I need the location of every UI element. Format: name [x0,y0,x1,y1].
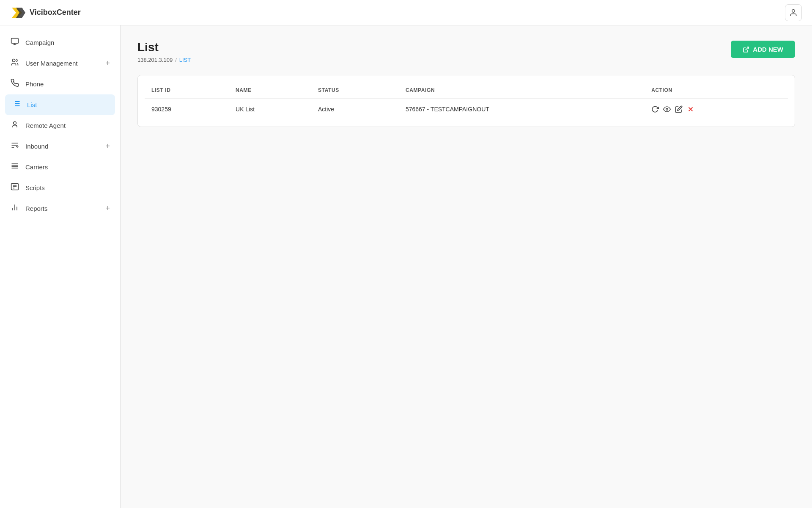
sidebar-item-carriers[interactable]: Carriers [0,157,120,177]
table-body: 930259 UK List Active 576667 - TESTCAMPA… [145,99,788,120]
app-name: ViciboxCenter [30,8,81,17]
breadcrumb-server: 138.201.3.109 [137,57,173,63]
inbound-icon [10,141,19,152]
inbound-label: Inbound [25,143,48,150]
scripts-label: Scripts [25,184,45,191]
logo: ViciboxCenter [10,5,81,20]
add-new-label: ADD NEW [753,46,783,53]
edit-button[interactable] [675,105,683,113]
sidebar-item-remote-agent[interactable]: Remote Agent [0,115,120,136]
breadcrumb: 138.201.3.109 / LIST [137,57,191,63]
inbound-plus[interactable]: + [105,142,110,151]
cell-action [645,99,788,120]
list-table: LIST ID NAME STATUS CAMPAIGN ACTION 9302… [145,82,788,120]
carriers-label: Carriers [25,163,48,171]
col-status: STATUS [311,82,399,99]
campaign-label: Campaign [25,39,54,46]
main-content: List 138.201.3.109 / LIST ADD NEW [121,25,812,508]
sidebar-item-campaign[interactable]: Campaign [0,32,120,53]
reports-plus[interactable]: + [105,204,110,213]
col-campaign: CAMPAIGN [399,82,645,99]
list-icon [12,99,21,110]
main-layout: Campaign User Management + Phone List [0,25,812,508]
view-button[interactable] [663,105,671,113]
sidebar-item-phone[interactable]: Phone [0,74,120,94]
list-label: List [27,101,37,108]
sidebar-item-reports[interactable]: Reports + [0,198,120,219]
page-header: List 138.201.3.109 / LIST ADD NEW [137,41,795,63]
breadcrumb-separator: / [175,57,177,63]
list-table-card: LIST ID NAME STATUS CAMPAIGN ACTION 9302… [137,75,795,127]
user-icon [789,8,798,17]
add-new-button[interactable]: ADD NEW [731,41,795,58]
svg-point-11 [14,121,16,124]
svg-rect-3 [11,39,19,44]
cell-campaign: 576667 - TESTCAMPAIGNOUT [399,99,645,120]
sidebar-item-user-management[interactable]: User Management + [0,53,120,74]
carriers-icon [10,162,19,172]
user-management-icon [10,58,19,69]
user-management-label: User Management [25,60,77,67]
cell-list-id: 930259 [145,99,229,120]
user-avatar-button[interactable] [785,4,802,21]
table-header: LIST ID NAME STATUS CAMPAIGN ACTION [145,82,788,99]
col-action: ACTION [645,82,788,99]
topbar: ViciboxCenter [0,0,812,25]
refresh-button[interactable] [651,105,659,113]
sidebar-item-scripts[interactable]: Scripts [0,177,120,198]
remote-agent-icon [10,120,19,131]
add-new-icon [743,46,749,53]
breadcrumb-current: LIST [179,57,191,63]
phone-icon [10,79,19,89]
user-management-plus[interactable]: + [105,59,110,68]
page-title-area: List 138.201.3.109 / LIST [137,41,191,63]
sidebar: Campaign User Management + Phone List [0,25,121,508]
logo-icon [10,5,25,20]
cell-status: Active [311,99,399,120]
table-row: 930259 UK List Active 576667 - TESTCAMPA… [145,99,788,120]
reports-label: Reports [25,205,48,212]
svg-point-4 [12,59,15,62]
page-title: List [137,41,191,54]
col-name: NAME [229,82,311,99]
svg-point-27 [666,108,668,110]
reports-icon [10,203,19,214]
campaign-icon [10,37,19,48]
delete-button[interactable] [687,105,694,113]
col-list-id: LIST ID [145,82,229,99]
sidebar-item-list[interactable]: List [5,94,115,115]
remote-agent-label: Remote Agent [25,122,66,129]
cell-name: UK List [229,99,311,120]
scripts-icon [10,182,19,193]
phone-label: Phone [25,80,44,88]
svg-point-2 [792,9,795,12]
svg-line-26 [746,47,749,50]
sidebar-item-inbound[interactable]: Inbound + [0,136,120,157]
